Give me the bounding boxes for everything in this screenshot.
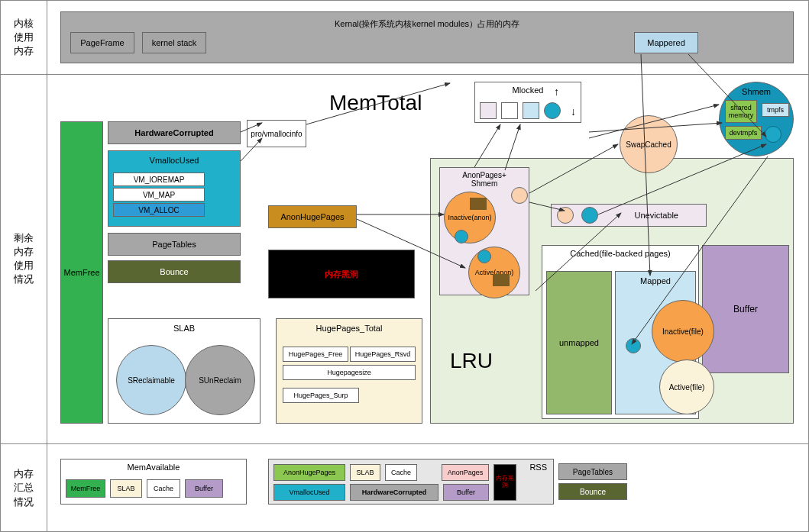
rss-title: RSS: [529, 463, 547, 472]
mappered-box: Mappered: [634, 32, 698, 53]
pagetables-box: PageTables: [108, 233, 241, 256]
inactive-file-circle: Inactive(file): [652, 300, 714, 363]
vm-map-box: VM_MAP: [113, 188, 205, 202]
hugepagesize-box: Hugepagesize: [283, 365, 416, 380]
active-file-circle: Active(file): [659, 360, 714, 414]
mlocked-dot1: [480, 102, 497, 119]
slab-title: SLAB: [173, 324, 195, 333]
sum-memfree: MemFree: [66, 479, 105, 498]
diagram-canvas: 内核 使用 内存 剩余 内存 使用 情况 内存 汇总 情况 Kernal(操作系…: [0, 0, 809, 532]
hugepages-surp-box: HugePages_Surp: [283, 388, 359, 403]
sum-anonpages: AnonPages: [442, 464, 489, 481]
memavailable-title: MemAvailable: [128, 463, 180, 472]
shmem-shared-box: shared memory: [725, 100, 757, 123]
unevictable-box: Unevictable: [551, 204, 707, 227]
sum-slab2: SLAB: [350, 464, 380, 481]
sum-blackhole: 内存黑洞: [493, 464, 516, 501]
unmapped-box: unmapped: [546, 271, 612, 414]
row-label-kernel: 内核 使用 内存: [1, 1, 47, 74]
inactive-anon-tag: [470, 198, 487, 210]
shmem-cyan-dot: [765, 126, 781, 143]
shmem-title: Shmem: [742, 87, 771, 96]
row-divider-1: [1, 74, 808, 75]
sum-anonhuge: AnonHugePages: [273, 464, 345, 481]
hugepages-rsvd-box: HugePages_Rsvd: [350, 347, 416, 362]
memtotal-title: MemTotal: [329, 91, 422, 115]
memfree-box: MemFree: [60, 121, 103, 424]
kernel-banner: Kernal(操作系统内核kernel modules）占用的内存 PageFr…: [60, 11, 794, 63]
active-anon-tag: [493, 274, 510, 286]
mlocked-arrow-up1: ↑: [554, 85, 559, 98]
row-divider-2: [1, 443, 808, 444]
mapped-label: Mapped: [640, 276, 671, 285]
sum-buffer: Buffer: [185, 479, 223, 498]
hwcorrupted-box: HardwareCorrupted: [108, 121, 241, 144]
bounce-box: Bounce: [108, 260, 241, 283]
shmem-devtmpfs-box: devtmpfs: [725, 126, 762, 140]
anonhugepages-box: AnonHugePages: [268, 205, 357, 228]
vmallocused-box: VmallocUsed VM_IOREMAP VM_MAP VM_ALLOC: [108, 150, 241, 227]
kernelstack-box: kernel stack: [142, 32, 206, 53]
sum-buffer2: Buffer: [443, 484, 489, 501]
active-anon-circle: Active(anon): [468, 247, 520, 298]
sum-slab: SLAB: [110, 479, 142, 498]
memavailable-box: MemAvailable MemFree SLAB Cache Buffer: [60, 459, 247, 505]
provmallocinfo-box: pro/vmallocinfo: [247, 120, 306, 147]
sum-hwcorrupted: HardwareCorrupted: [350, 484, 438, 501]
sum-bounce: Bounce: [558, 483, 627, 500]
mapped-cyan-dot: [626, 338, 641, 353]
mlocked-title: Mlocked: [513, 85, 544, 95]
sum-vmallocused: VmallocUsed: [273, 484, 345, 501]
lru-title: LRU: [450, 349, 493, 373]
shmem-tmpfs-box: tmpfs: [762, 103, 789, 117]
blackhole-box: 内存黑洞: [268, 250, 415, 298]
kernel-banner-text: Kernal(操作系统内核kernel modules）占用的内存: [335, 18, 519, 30]
anon-shmem-title: AnonPages+ Shmem: [462, 171, 506, 188]
inactive-anon-dot: [455, 230, 468, 243]
rss-box: RSS AnonHugePages SLAB Cache AnonPages 内…: [268, 459, 554, 505]
anon-peach-small: [511, 187, 528, 204]
pageframe-box: PageFrame: [70, 32, 134, 53]
sreclaim-circle: SReclaimable: [116, 345, 186, 415]
sunreclaim-circle: SUnReclaim: [185, 345, 255, 415]
col-divider: [47, 1, 47, 531]
hugepages-title: HugePages_Total: [316, 324, 383, 333]
sum-cache2: Cache: [385, 464, 417, 481]
sum-cache: Cache: [147, 479, 180, 498]
cached-title: Cached(file-backed pages): [570, 249, 670, 258]
mlocked-box: Mlocked ↑ ↓: [474, 82, 581, 123]
hugepages-box: HugePages_Total HugePages_Free HugePages…: [276, 318, 422, 424]
slab-box: SLAB SReclaimable SUnReclaim: [108, 318, 260, 424]
buffer-box: Buffer: [702, 245, 789, 373]
unevictable-label: Unevictable: [635, 211, 678, 220]
mlocked-dot3: [523, 102, 539, 119]
mlocked-dot4: [544, 102, 561, 119]
swapcached-circle: SwapCached: [620, 115, 678, 173]
row-label-summary: 内存 汇总 情况: [1, 443, 47, 532]
mlocked-arrow-down: ↓: [571, 105, 576, 118]
unevictable-cyan: [581, 207, 598, 224]
active-anon-dot: [477, 250, 491, 263]
hugepages-free-box: HugePages_Free: [283, 347, 348, 362]
sum-pagetables: PageTables: [558, 463, 627, 480]
vm-ioremap-box: VM_IOREMAP: [113, 172, 205, 186]
unevictable-peach: [557, 207, 574, 224]
mlocked-dot2: [501, 102, 518, 119]
row-label-remaining: 剩余 内存 使用 情况: [1, 74, 47, 443]
vm-alloc-box: VM_ALLOC: [113, 203, 205, 217]
vmallocused-label: VmallocUsed: [150, 156, 199, 165]
